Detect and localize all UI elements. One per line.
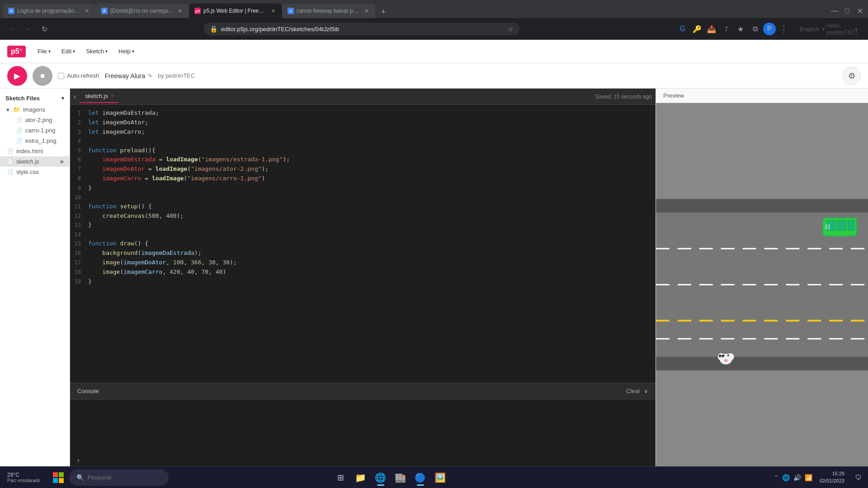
taskbar: 28°C Parc ensolarado 🔍 ⊞ 📁 🌐 🏬 🔵 <box>0 466 868 488</box>
profile-icon[interactable]: 🔑 <box>691 23 703 35</box>
stop-button[interactable]: ■ <box>33 66 52 86</box>
tab-4[interactable]: G carros freeway baixar png - Pesq... ✕ <box>282 4 375 18</box>
code-line-10: 10 <box>70 193 656 202</box>
cast-icon[interactable]: 📥 <box>705 23 718 35</box>
url-bar[interactable]: 🔒 editor.p5js.org/pedriinTEC/sketches/04… <box>203 23 520 35</box>
settings-button[interactable]: ⚙ <box>843 67 861 85</box>
tray-chevron-icon[interactable]: ⌃ <box>774 474 778 481</box>
tab-4-close[interactable]: ✕ <box>363 7 370 14</box>
start-button[interactable] <box>49 469 67 487</box>
close-window-button[interactable]: ✕ <box>854 5 865 16</box>
user-greeting[interactable]: Hello, pedriinTEC! <box>835 23 848 35</box>
sketch-menu[interactable]: Sketch ▾ <box>81 46 112 56</box>
weather-widget[interactable]: 28°C Parc ensolarado <box>4 472 44 483</box>
wifi-icon[interactable]: 📶 <box>805 474 812 481</box>
help-menu[interactable]: Help ▾ <box>114 46 139 56</box>
preview-panel: Preview <box>656 89 868 466</box>
tab-2[interactable]: A [Dúvida]Erro no carregamento d... ✕ <box>96 4 189 18</box>
tab-2-close[interactable]: ✕ <box>176 7 184 14</box>
tab-bar-controls: — □ ✕ <box>829 5 865 18</box>
language-selector[interactable]: English <box>803 23 816 35</box>
maximize-button[interactable]: □ <box>842 5 853 16</box>
folder-toggle-icon: ▼ <box>5 107 10 113</box>
svg-rect-2 <box>656 357 868 371</box>
console-expand-icon[interactable]: ∨ <box>644 388 648 394</box>
tab-1-close[interactable]: ✕ <box>83 7 90 14</box>
sidebar-folder-imagens[interactable]: ▼ 📁 imagens <box>0 104 70 115</box>
taskbar-icon-task-view[interactable]: ⊞ <box>332 469 350 487</box>
console-body <box>70 399 656 454</box>
tab-1-favicon: A <box>8 8 14 14</box>
edit-menu[interactable]: Edit ▾ <box>57 46 80 56</box>
taskbar-icon-edge[interactable]: 🌐 <box>372 469 390 487</box>
svg-point-20 <box>727 355 729 357</box>
send-icon[interactable]: ⤴ <box>720 23 732 35</box>
notification-button[interactable]: 🗨 <box>852 471 864 484</box>
auto-refresh-toggle[interactable]: Auto-refresh <box>58 72 99 79</box>
taskbar-search[interactable]: 🔍 <box>69 469 169 486</box>
clear-button[interactable]: Clear <box>626 388 640 394</box>
code-line-13: 13 } <box>70 221 656 230</box>
taskbar-icon-photos[interactable]: 🖼️ <box>431 469 449 487</box>
forward-nav-button[interactable]: → <box>22 23 34 35</box>
editor-tab-sketch[interactable]: sketch.js• <box>80 90 118 103</box>
volume-icon[interactable]: 🔊 <box>793 474 801 481</box>
sidebar-item-ator[interactable]: 📄 ator-2.png <box>0 115 70 125</box>
sidebar-item-estra-label: estra_1.png <box>25 137 57 144</box>
tab-3-close[interactable]: ✕ <box>269 7 277 14</box>
file-icon-style: 📄 <box>7 169 14 175</box>
main-content: Sketch Files ▾ ▼ 📁 imagens 📄 ator-2.png … <box>0 89 868 466</box>
minimize-button[interactable]: — <box>829 5 840 16</box>
sidebar-item-sketch[interactable]: 📄 sketch.js ▶ <box>0 156 70 167</box>
tab-3-title: p5.js Web Editor | Freeway Alura <box>203 8 267 14</box>
network-icon[interactable]: 🌐 <box>782 474 790 481</box>
tab-3[interactable]: p5 p5.js Web Editor | Freeway Alura ✕ <box>189 4 282 18</box>
taskbar-icon-store[interactable]: 🏬 <box>392 469 410 487</box>
sketch-files-label: Sketch Files <box>5 95 40 102</box>
system-tray: ⌃ 🌐 🔊 📶 15:29 02/01/2023 🗨 <box>774 470 864 484</box>
lock-icon: 🔒 <box>210 25 217 33</box>
tab-1[interactable]: A Lógica de programação: laços e... ✕ <box>3 4 96 18</box>
menu-bar: File ▾ Edit ▾ Sketch ▾ Help ▾ <box>33 46 139 56</box>
user-avatar[interactable]: P <box>763 23 776 35</box>
back-nav-button[interactable]: ← <box>5 23 18 35</box>
play-button[interactable]: ▶ <box>7 66 27 86</box>
menu-dots-icon[interactable]: ⋮ <box>778 23 790 35</box>
sidebar-item-estra[interactable]: 📄 estra_1.png <box>0 136 70 146</box>
console-expand-bar[interactable]: › <box>70 454 656 466</box>
photos-icon: 🖼️ <box>434 472 446 483</box>
toolbar: ▶ ■ Auto-refresh Freeway Alura ✎ by pedr… <box>0 63 868 89</box>
star-icon[interactable]: ★ <box>734 23 747 35</box>
sidebar-item-style[interactable]: 📄 style.css <box>0 167 70 177</box>
auto-refresh-checkbox[interactable] <box>58 73 64 79</box>
sidebar-item-index[interactable]: 📄 index.html <box>0 146 70 156</box>
search-input[interactable] <box>88 474 160 481</box>
taskbar-icon-chrome[interactable]: 🔵 <box>411 469 429 487</box>
file-dropdown-icon: ▾ <box>48 49 51 54</box>
tab-1-title: Lógica de programação: laços e... <box>17 8 80 14</box>
edit-sketch-name-icon[interactable]: ✎ <box>148 73 152 79</box>
help-dropdown-icon: ▾ <box>132 49 134 54</box>
sketch-files-header[interactable]: Sketch Files ▾ <box>0 92 70 104</box>
sidebar-item-carro[interactable]: 📄 carro-1.png <box>0 125 70 136</box>
new-tab-button[interactable]: + <box>377 5 390 18</box>
modified-indicator: • <box>111 93 113 99</box>
taskbar-icon-explorer[interactable]: 📁 <box>352 469 370 487</box>
code-editor[interactable]: 1 let imagemDaEstrada; 2 let imagemDoAto… <box>70 105 656 383</box>
clock-display[interactable]: 15:29 02/01/2023 <box>816 470 848 484</box>
file-menu[interactable]: File ▾ <box>33 46 55 56</box>
editor-tabs-bar: ‹ sketch.js• Saved: 15 seconds ago <box>70 89 656 105</box>
p5-logo[interactable]: p5* <box>7 46 26 57</box>
reload-button[interactable]: ↻ <box>38 23 51 35</box>
google-icon[interactable]: G <box>676 23 689 35</box>
sidebar-chevron-icon[interactable]: ▾ <box>61 95 64 101</box>
back-button[interactable]: ‹ <box>74 93 76 101</box>
sidebar-item-ator-label: ator-2.png <box>25 117 52 123</box>
win-quad-yellow <box>59 478 64 483</box>
bookmark-icon[interactable]: ☆ <box>508 25 514 33</box>
tab-4-favicon: G <box>288 8 294 14</box>
code-line-14: 14 <box>70 230 656 239</box>
svg-point-18 <box>724 359 728 362</box>
extensions-icon[interactable]: ⧉ <box>749 23 761 35</box>
code-line-4: 4 <box>70 136 656 145</box>
